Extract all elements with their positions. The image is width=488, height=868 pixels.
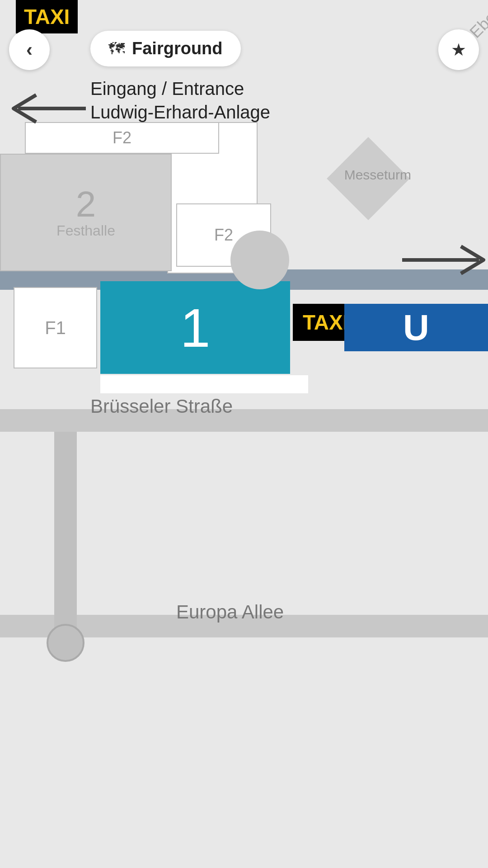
road-brusseler <box>0 409 488 432</box>
building2-number: 2 <box>76 186 96 222</box>
nav-arrow-upper-svg <box>9 90 90 127</box>
taxi-text-top: TAXI <box>24 5 70 28</box>
road-node <box>47 624 84 662</box>
entrance-label: Eingang / Entrance Ludwig-Erhard-Anlage <box>90 77 270 124</box>
map-container: Ebe TAXI ‹ 🗺 Fairground ★ Eingang / Entr… <box>0 0 488 868</box>
building-1: 1 <box>100 281 290 374</box>
building1-number: 1 <box>180 297 211 359</box>
circle-junction <box>230 231 289 289</box>
europa-allee-label: Europa Allee <box>176 601 284 623</box>
building2-name: Festhalle <box>56 222 115 239</box>
nav-arrow-middle-svg <box>398 240 488 280</box>
map-title-pill[interactable]: 🗺 Fairground <box>90 31 241 66</box>
building1-base <box>100 375 308 393</box>
f1-label: F1 <box>45 318 66 338</box>
back-chevron-icon: ‹ <box>26 39 33 61</box>
nav-arrow-middle <box>398 240 488 282</box>
building-festhalle: 2 Festhalle <box>0 154 172 271</box>
taxi-text-bottom: TAXI <box>303 311 348 334</box>
ubahn-text: U <box>403 307 429 349</box>
f2-top-label: F2 <box>113 128 131 147</box>
entrance-line1: Eingang / Entrance <box>90 77 270 100</box>
brusseler-strasse-label: Brüsseler Straße <box>90 396 233 417</box>
map-title-text: Fairground <box>132 39 223 58</box>
taxi-sign-top: TAXI <box>16 0 78 33</box>
bookmark-button[interactable]: ★ <box>438 29 479 70</box>
road-vertical-bottom <box>54 432 77 635</box>
bookmark-icon: ★ <box>451 40 466 60</box>
entrance-line2: Ludwig-Erhard-Anlage <box>90 100 270 124</box>
ubahn-sign: U <box>344 304 488 351</box>
back-button[interactable]: ‹ <box>9 29 50 70</box>
map-icon: 🗺 <box>108 39 125 58</box>
messeturm-label: Messeturm <box>344 167 411 183</box>
building-f1: F1 <box>14 287 97 368</box>
nav-arrow-upper <box>9 90 90 128</box>
f2-right-label: F2 <box>214 226 233 245</box>
